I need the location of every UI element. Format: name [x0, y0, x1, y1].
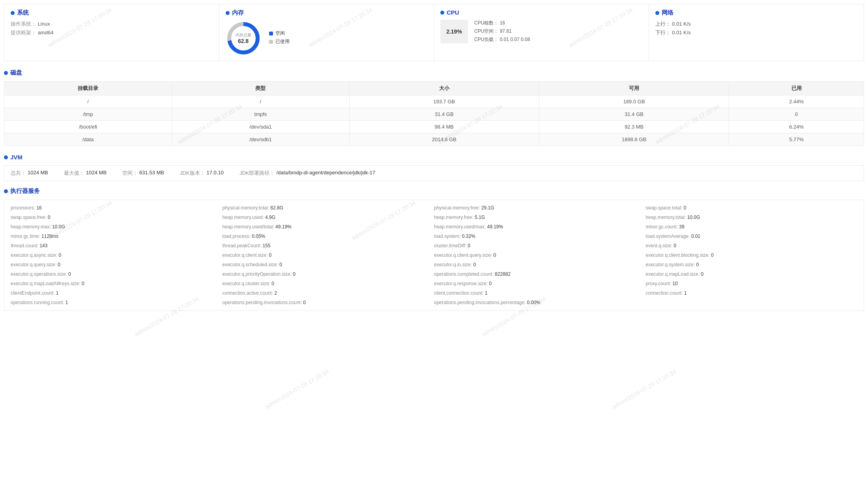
col-used: 已用: [729, 82, 864, 95]
col-available: 可用: [539, 82, 729, 95]
exec-item: connection.active.count: 2: [223, 289, 434, 297]
exec-item: heap.memory.used: 4.9G: [223, 213, 434, 221]
disk-cell-used: 6.24%: [729, 121, 864, 133]
col-mount: 挂载目录: [4, 82, 172, 95]
cpu-content: 2.19% CPU核数： 16 CPU空闲： 97.81 CPU负载： 0.01…: [440, 20, 642, 45]
exec-item: heap.memory.free: 5.1G: [434, 213, 646, 221]
exec-item: executor.q.mapLoadAllKeys.size: 0: [11, 280, 223, 288]
memory-legend: 空闲 已使用: [269, 30, 290, 47]
exec-item: minor.gc.count: 39: [646, 223, 858, 231]
exec-item: executor.q.response.size: 0: [434, 280, 646, 288]
exec-item: executor.q.operations.size: 0: [11, 270, 223, 278]
exec-item: executor.q.scheduled.size: 0: [223, 261, 434, 269]
disk-cell-available: 31.4 GB: [539, 108, 729, 121]
disk-cell-size: 98.4 MB: [349, 121, 539, 133]
exec-item: processors: 16: [11, 204, 223, 212]
exec-item: cluster.timeDiff: 0: [434, 242, 646, 250]
exec-item: executor.q.priorityOperation.size: 0: [223, 270, 434, 278]
cpu-idle-row: CPU空闲： 97.81: [474, 28, 530, 35]
disk-cell-type: /dev/sda1: [172, 121, 349, 133]
exec-item: executor.q.client.blocking.size: 0: [646, 251, 858, 259]
disk-cell-type: /dev/sdb1: [172, 133, 349, 146]
table-row: //193.7 GB189.0 GB2.44%: [4, 95, 864, 108]
cpu-title: CPU: [440, 9, 642, 16]
jvm-deploy: JDK部署路径： /data/bmdp-di-agent/dependence/…: [239, 170, 375, 177]
exec-item: operations.completed.count: 822882: [434, 270, 646, 278]
exec-item: executor.q.async.size: 0: [11, 251, 223, 259]
exec-item: operations.running.count: 1: [11, 299, 223, 306]
exec-item: minor.gc.time: 1128ms: [11, 232, 223, 240]
disk-cell-available: 1898.6 GB: [539, 133, 729, 146]
disk-cell-mount: /boot/efi: [4, 121, 172, 133]
exec-item: thread.count: 143: [11, 242, 223, 250]
exec-item: heap.memory.total: 10.0G: [646, 213, 858, 221]
system-dot: [11, 11, 15, 15]
memory-dot: [226, 11, 230, 15]
exec-item: thread.peakCount: 155: [223, 242, 434, 250]
cpu-cores-row: CPU核数： 16: [474, 20, 530, 26]
col-type: 类型: [172, 82, 349, 95]
exec-item: executor.q.cluster.size: 0: [223, 280, 434, 288]
network-dot: [655, 11, 659, 15]
jvm-version: JDK版本： 17.0.10: [180, 170, 224, 177]
legend-used: 已使用: [269, 38, 290, 45]
exec-item: heap.memory.used/total: 49.19%: [223, 223, 434, 231]
disk-table-header: 挂载目录 类型 大小 可用 已用: [4, 82, 864, 95]
exec-item: physical.memory.total: 62.8G: [223, 204, 434, 212]
exec-item: physical.memory.free: 29.1G: [434, 204, 646, 212]
cpu-dot: [440, 11, 444, 15]
os-row: 操作系统： Linux: [11, 21, 213, 28]
disk-cell-mount: /data: [4, 133, 172, 146]
top-stats-grid: 系统 操作系统： Linux 提供框架： amd64 内存: [4, 4, 864, 61]
exec-item: executor.q.client.query.size: 0: [434, 251, 646, 259]
disk-section-header: 磁盘: [4, 67, 864, 78]
table-row: /boot/efi/dev/sda198.4 MB92.3 MB6.24%: [4, 121, 864, 133]
disk-cell-mount: /tmp: [4, 108, 172, 121]
jvm-stats-panel: 总共： 1024 MB 最大值： 1024 MB 空闲： 631.53 MB J…: [4, 165, 864, 181]
exec-item: event.q.size: 0: [646, 242, 858, 250]
jvm-section-header: JVM: [4, 152, 864, 162]
network-title: 网络: [655, 9, 858, 17]
cpu-stats: CPU核数： 16 CPU空闲： 97.81 CPU负载： 0.01 0.07 …: [474, 20, 530, 45]
disk-cell-available: 92.3 MB: [539, 121, 729, 133]
disk-cell-size: 193.7 GB: [349, 95, 539, 108]
exec-item: swap.space.total: 0: [646, 204, 858, 212]
disk-cell-used: 0: [729, 108, 864, 121]
exec-item: load.systemAverage: 0.01: [646, 232, 858, 240]
donut-label: 内存总量 62.8: [236, 32, 251, 44]
memory-card: 内存 内存总量 62.8 空闲: [219, 4, 434, 61]
free-dot: [269, 32, 273, 35]
disk-cell-type: tmpfs: [172, 108, 349, 121]
disk-cell-mount: /: [4, 95, 172, 108]
jvm-dot: [4, 155, 8, 159]
network-down-row: 下行： 0.01 K/s: [655, 29, 858, 36]
col-size: 大小: [349, 82, 539, 95]
memory-donut: 内存总量 62.8: [226, 21, 261, 56]
exec-item: executor.q.system.size: 0: [646, 261, 858, 269]
disk-dot: [4, 71, 8, 75]
executor-section-header: 执行器服务: [4, 186, 864, 196]
disk-cell-used: 2.44%: [729, 95, 864, 108]
disk-cell-size: 31.4 GB: [349, 108, 539, 121]
exec-item: heap.memory.used/max: 49.19%: [434, 223, 646, 231]
jvm-max: 最大值： 1024 MB: [64, 170, 107, 177]
system-title: 系统: [11, 9, 213, 17]
exec-item: executor.q.mapLoad.size: 0: [646, 270, 858, 278]
used-dot: [269, 40, 273, 44]
exec-item: load.process: 0.05%: [223, 232, 434, 240]
disk-cell-type: /: [172, 95, 349, 108]
exec-item: executor.q.client.size: 0: [223, 251, 434, 259]
exec-item: client.connection.count: 1: [434, 289, 646, 297]
exec-item: executor.q.io.size: 0: [434, 261, 646, 269]
jvm-free: 空闲： 631.53 MB: [122, 170, 164, 177]
legend-free: 空闲: [269, 30, 290, 37]
executor-dot: [4, 189, 8, 193]
memory-title: 内存: [226, 9, 428, 17]
exec-item: load.system: 0.32%: [434, 232, 646, 240]
network-card: 网络 上行： 0.01 K/s 下行： 0.01 K/s: [649, 4, 864, 61]
exec-item: executor.q.query.size: 0: [11, 261, 223, 269]
exec-item: proxy.count: 10: [646, 280, 858, 288]
cpu-card: CPU 2.19% CPU核数： 16 CPU空闲： 97.81 CPU负载： …: [434, 4, 649, 61]
exec-item: operations.pending.invocations.percentag…: [434, 299, 646, 306]
disk-cell-used: 5.77%: [729, 133, 864, 146]
